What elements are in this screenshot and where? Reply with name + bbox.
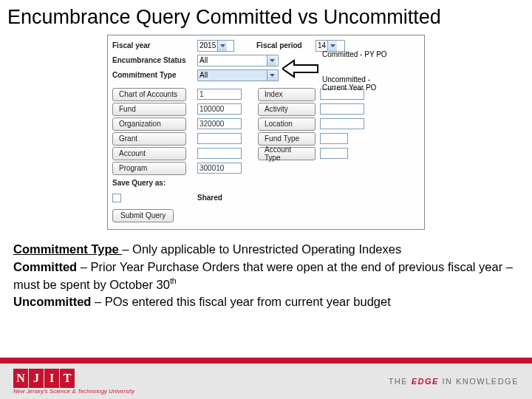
- fund-type-input[interactable]: [320, 133, 348, 144]
- grant-input[interactable]: [197, 133, 242, 144]
- uncommitted-desc: – POs entered this fiscal year from curr…: [91, 295, 390, 308]
- account-button[interactable]: Account: [112, 147, 186, 160]
- activity-button[interactable]: Activity: [258, 103, 316, 116]
- njit-mark: N J I T: [13, 369, 134, 388]
- fiscal-year-value: 2015: [200, 41, 216, 50]
- footer: N J I T New Jersey's Science & Technolog…: [0, 358, 532, 399]
- shared-label: Shared: [197, 194, 222, 202]
- save-query-label: Save Query as:: [112, 179, 197, 187]
- svg-marker-3: [270, 59, 275, 62]
- shared-checkbox[interactable]: [112, 194, 121, 202]
- organization-input[interactable]: 320000: [197, 118, 242, 129]
- tagline-part2: IN KNOWLEDGE: [439, 377, 519, 386]
- njit-logo: N J I T New Jersey's Science & Technolog…: [13, 369, 134, 395]
- annotation-committed: Committed - PY PO: [322, 50, 403, 58]
- submit-query-button[interactable]: Submit Query: [112, 209, 174, 222]
- chevron-down-icon: [267, 70, 276, 81]
- chart-of-accounts-button[interactable]: Chart of Accounts: [112, 88, 186, 101]
- body-text: Commitment Type – Only applicable to Unr…: [0, 237, 532, 310]
- query-form-panel: Committed - PY PO Uncommitted - Current …: [107, 35, 425, 230]
- logo-letter: N: [13, 369, 28, 388]
- uncommitted-heading: Uncommitted: [13, 295, 91, 308]
- fund-button[interactable]: Fund: [112, 103, 186, 116]
- svg-marker-2: [330, 44, 335, 47]
- grant-button[interactable]: Grant: [112, 132, 186, 146]
- tagline-edge: EDGE: [412, 377, 439, 386]
- fund-input[interactable]: 100000: [197, 103, 242, 115]
- account-input[interactable]: [197, 148, 242, 159]
- activity-input[interactable]: [320, 103, 364, 115]
- tagline-part1: THE: [389, 377, 412, 386]
- organization-button[interactable]: Organization: [112, 117, 186, 131]
- chevron-down-icon: [327, 41, 337, 51]
- annotation-uncommitted-l1: Uncommitted -: [322, 75, 370, 83]
- annotation-uncommitted-l2: Current Year PO: [322, 83, 376, 92]
- account-type-button[interactable]: Account Type: [258, 147, 316, 160]
- committed-desc: – Prior Year Purchase Orders that were o…: [13, 260, 513, 290]
- fiscal-year-label: Fiscal year: [112, 41, 197, 50]
- fiscal-period-value: 14: [318, 41, 326, 50]
- commit-type-value: All: [200, 71, 208, 79]
- location-button[interactable]: Location: [258, 117, 316, 131]
- program-input[interactable]: 300010: [197, 163, 242, 174]
- footer-grey-bar: N J I T New Jersey's Science & Technolog…: [0, 364, 532, 399]
- svg-marker-1: [220, 44, 225, 47]
- svg-marker-4: [270, 74, 275, 77]
- fiscal-year-select[interactable]: 2015: [197, 40, 234, 52]
- location-input[interactable]: [320, 118, 364, 129]
- account-type-input[interactable]: [320, 148, 348, 159]
- logo-letter: I: [44, 369, 59, 388]
- enc-status-select[interactable]: All: [197, 55, 279, 66]
- index-button[interactable]: Index: [258, 88, 316, 101]
- commit-type-label: Commitment Type: [112, 71, 197, 79]
- committed-heading: Committed: [13, 260, 77, 273]
- njit-subline: New Jersey's Science & Technology Univer…: [13, 388, 134, 395]
- footer-red-bar: [0, 358, 532, 364]
- arrow-icon: [282, 59, 319, 80]
- th-superscript: th: [170, 276, 177, 285]
- chevron-down-icon: [267, 55, 276, 66]
- enc-status-value: All: [200, 56, 208, 64]
- program-button[interactable]: Program: [112, 162, 186, 175]
- commit-type-select[interactable]: All: [197, 69, 279, 81]
- fund-type-button[interactable]: Fund Type: [258, 132, 316, 146]
- enc-status-label: Encumbrance Status: [112, 56, 197, 64]
- commitment-type-heading: Commitment Type: [13, 242, 122, 256]
- logo-letter: J: [29, 369, 44, 388]
- chevron-down-icon: [217, 41, 227, 51]
- footer-tagline: THE EDGE IN KNOWLEDGE: [389, 377, 519, 386]
- annotation-uncommitted: Uncommitted - Current Year PO: [322, 75, 403, 92]
- fiscal-period-label: Fiscal period: [256, 41, 316, 50]
- commitment-type-desc: – Only applicable to Unrestricted Operat…: [122, 242, 401, 256]
- chart-input[interactable]: 1: [197, 89, 242, 100]
- logo-letter: T: [60, 369, 75, 388]
- slide-title: Encumbrance Query Committed vs Uncommitt…: [0, 0, 532, 32]
- svg-marker-0: [282, 61, 318, 77]
